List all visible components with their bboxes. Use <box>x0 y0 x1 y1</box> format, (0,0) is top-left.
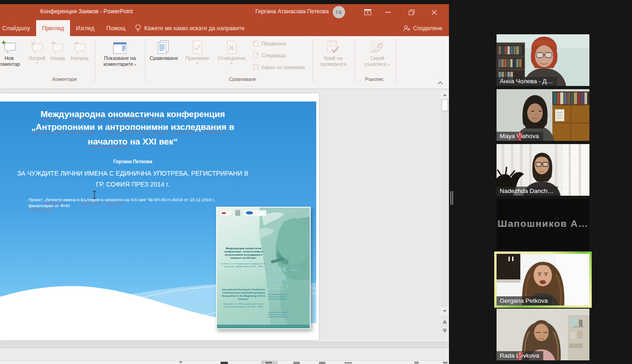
participant-tile[interactable]: Rada Levkova <box>497 309 589 360</box>
slide-author[interactable]: Гергана Петкова <box>14 159 252 164</box>
participant-tile[interactable]: Maya Vlahova <box>497 89 589 141</box>
participant-name-label: Nadezhda Danch… <box>497 187 558 196</box>
title-bar: Конференция Заимов - PowerPoint Гергана … <box>0 4 449 20</box>
poster-subtitle-en: dedicated to the 100th anniversary of th… <box>222 303 265 308</box>
scrollbar-thumb[interactable] <box>442 99 448 111</box>
minimize-icon <box>385 12 391 13</box>
powerpoint-window: Конференция Заимов - PowerPoint Гергана … <box>0 4 449 364</box>
previous-comment-button[interactable]: Назад <box>48 38 68 61</box>
avatar[interactable]: ГА <box>333 6 345 18</box>
hide-ink-button[interactable]: Скрий ръкописа ▾ <box>360 38 394 67</box>
slide-canvas[interactable]: Международна ономастична конференция „Ан… <box>0 93 319 340</box>
group-label-comments: Коментари <box>42 76 87 82</box>
participant-name-centered: Шапошников А… <box>497 218 589 229</box>
accept-button[interactable]: Приемане ▾ <box>181 38 213 65</box>
poster-logo <box>244 210 266 216</box>
view-reading-button[interactable] <box>319 362 325 364</box>
status-comments-icon[interactable] <box>221 362 228 364</box>
reviewing-pane-button[interactable]: Екран за проверка <box>253 64 305 70</box>
tab-help[interactable]: Помощ <box>100 20 131 36</box>
participant-name-label: Maya Vlahova <box>497 132 543 141</box>
show-comments-button[interactable]: Показване на коментарите ▾ <box>97 38 143 67</box>
slide-subtitle[interactable]: ЗА ЧУЖДИТЕ ЛИЧНИ ИМЕНА С ЕДИНИЧНА УПОТРЕ… <box>14 168 252 190</box>
delete-comment-icon <box>30 41 44 54</box>
zoom-fit-button[interactable] <box>414 362 419 364</box>
slide-title-line2[interactable]: „Антропоними и антропонимни изследвания … <box>14 121 252 134</box>
reject-icon <box>226 40 238 54</box>
poster-title-en: International Onomastic Conference “Anth… <box>219 288 268 301</box>
horizontal-scrollbar[interactable] <box>0 342 449 348</box>
end-review-button[interactable]: Край напроверката <box>315 38 351 67</box>
double-up-icon <box>443 320 447 322</box>
restore-icon <box>409 10 415 15</box>
next-change-icon <box>253 52 259 59</box>
next-change-button[interactable]: Следваща <box>253 52 286 59</box>
next-comment-button[interactable]: Напред <box>68 38 92 61</box>
status-bar <box>0 360 449 364</box>
group-separator <box>396 38 396 82</box>
compare-button[interactable]: Сравняване <box>147 38 180 61</box>
account-name: Гергана Атанасова Петкова <box>255 8 329 15</box>
text-cursor <box>92 191 97 199</box>
tab-view[interactable]: Изглед <box>70 20 100 36</box>
panel-divider-handle[interactable] <box>450 191 454 205</box>
scroll-down-button[interactable] <box>441 307 449 315</box>
poster-title-bg: Международна ономастична конференция „Ан… <box>219 247 268 260</box>
group-separator <box>95 38 95 82</box>
double-down-icon <box>443 330 447 332</box>
reviewing-pane-icon <box>253 64 259 70</box>
previous-slide-button[interactable] <box>441 318 449 326</box>
participant-name-label: Rada Levkova <box>497 351 543 360</box>
close-button[interactable] <box>425 4 444 20</box>
slide-workspace: Международна ономастична конференция „Ан… <box>0 89 449 364</box>
minimize-button[interactable] <box>378 4 398 20</box>
poster-footer-band <box>217 325 310 328</box>
active-speaker-border: Gergana Petkova <box>494 252 592 308</box>
reject-button[interactable]: Отхвърляне ▾ <box>213 38 250 65</box>
participant-tile[interactable]: Шапошников А… <box>497 199 589 251</box>
tab-review[interactable]: Преглед <box>36 20 70 36</box>
next-comment-icon <box>73 41 86 54</box>
muted-mic-icon <box>497 351 543 360</box>
end-review-icon <box>326 40 340 54</box>
restore-button[interactable] <box>402 4 421 20</box>
zoom-slider[interactable] <box>345 362 352 364</box>
group-separator <box>313 38 313 82</box>
participant-name-label: Gergana Petkova <box>497 296 552 305</box>
ribbon-display-options-button[interactable] <box>358 4 377 20</box>
muted-mic-icon <box>497 132 543 141</box>
slide-project-note[interactable]: Проект „Личните имена в България в начал… <box>28 197 248 209</box>
ribbon-display-icon <box>364 9 371 15</box>
share-label: Споделяне <box>413 25 443 32</box>
hide-ink-icon <box>369 40 385 54</box>
new-comment-icon <box>1 40 17 54</box>
participant-tile[interactable]: Анна Чолева - Д… <box>497 34 589 86</box>
arrow-up-icon <box>443 94 447 96</box>
compare-icon <box>157 40 171 54</box>
share-button[interactable]: Споделяне <box>403 20 443 36</box>
slide-title[interactable]: Международна ономастична конференция <box>14 108 252 121</box>
slide-title-line3[interactable]: началото на XXI век“ <box>14 135 252 148</box>
participant-tile[interactable]: Nadezhda Danch… <box>497 144 589 196</box>
view-sorter-button[interactable] <box>293 362 300 364</box>
ribbon: Новкоментар Изтрий ▾ Назад <box>0 36 449 89</box>
scroll-up-button[interactable] <box>441 91 449 99</box>
collapse-ribbon-button[interactable] <box>438 78 443 86</box>
conference-poster-image[interactable]: Международна ономастична конференция „Ан… <box>216 207 311 329</box>
document-title: Конференция Заимов - PowerPoint <box>40 8 133 15</box>
dropdown-arrow: ▾ <box>231 61 232 65</box>
vertical-scrollbar[interactable] <box>441 91 449 335</box>
tell-me-box[interactable]: Кажете ми какво искате да направите <box>131 20 248 36</box>
previous-change-button[interactable]: Предишна <box>253 40 286 47</box>
participant-tile[interactable]: Gergana Petkova <box>497 254 589 305</box>
show-comments-icon <box>113 42 127 54</box>
arrow-down-icon <box>443 310 447 312</box>
tell-me-label: Кажете ми какво искате да направите <box>144 25 244 32</box>
collapse-chevron-icon <box>438 81 443 85</box>
close-icon <box>432 10 437 15</box>
previous-comment-icon <box>51 41 65 54</box>
new-comment-button[interactable]: Новкоментар <box>0 38 26 67</box>
delete-comment-button[interactable]: Изтрий ▾ <box>27 38 48 65</box>
tab-slideshow[interactable]: Слайдшоу <box>0 20 36 36</box>
next-slide-button[interactable] <box>441 327 449 334</box>
